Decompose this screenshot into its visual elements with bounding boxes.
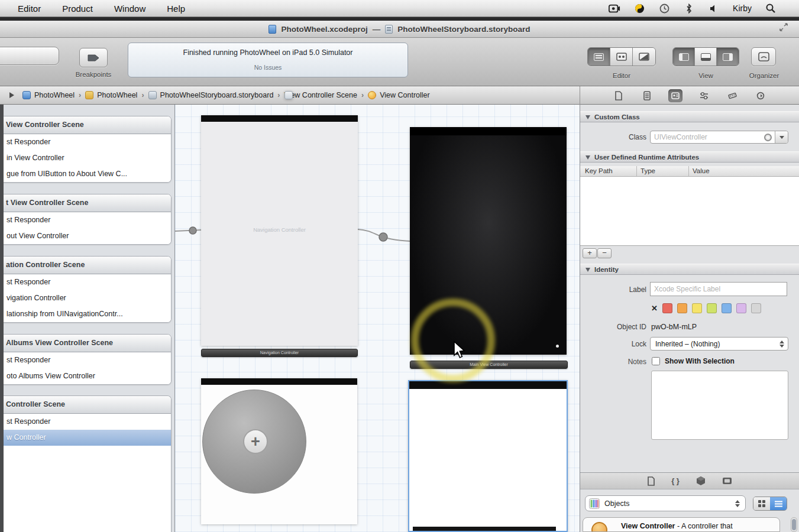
add-attribute-button[interactable]: + [583,248,597,258]
size-inspector-tab[interactable] [725,89,739,102]
runtime-attributes-table[interactable] [580,177,799,246]
outline-item[interactable]: st Responder [1,274,171,290]
color-swatch-blue[interactable] [722,303,732,313]
breadcrumb-scene[interactable]: View Controller Scene [284,91,357,99]
section-header[interactable]: ation Controller Scene [1,257,171,274]
section-header[interactable]: View Controller Scene [1,116,171,134]
time-machine-icon[interactable] [658,3,670,14]
display-capture-icon[interactable] [609,3,620,14]
identity-section-header[interactable]: Identity [580,264,799,275]
outline-item-selected[interactable]: w Controller [1,430,171,446]
identity-label-input[interactable] [651,283,787,296]
column-key-path[interactable]: Key Path [585,167,613,174]
jump-bar-forward-icon[interactable] [9,92,14,98]
lock-popup-button[interactable]: Inherited – (Nothing) [650,337,788,351]
breakpoints-button[interactable] [79,48,108,67]
main-view-controller-scene[interactable] [410,127,567,355]
volume-icon[interactable] [708,3,720,14]
spotlight-search-icon[interactable] [765,3,777,14]
organizer-button[interactable] [751,47,776,66]
standard-editor-button[interactable] [588,48,610,66]
outline-item[interactable]: st Responder [1,352,171,368]
navigation-controller-dock-label[interactable]: Navigation Controller [201,349,358,357]
file-inspector-tab[interactable] [612,89,626,102]
version-editor-button[interactable] [633,48,655,66]
outline-item[interactable]: vigation Controller [1,290,171,306]
menu-window[interactable]: Window [114,4,145,14]
navigation-controller-scene[interactable]: Navigation Controller [201,115,358,346]
fullscreen-icon[interactable] [779,23,788,31]
column-value[interactable]: Value [693,166,710,176]
title-file-name: PhotoWheelStoryboard.storyboard [397,25,530,34]
grid-view-button[interactable] [753,497,770,510]
color-swatch-gray[interactable] [751,303,761,313]
outline-item[interactable]: oto Albums View Controller [1,368,171,384]
section-header[interactable]: t View Controller Scene [1,194,171,212]
column-type[interactable]: Type [641,166,655,176]
main-view-controller-dock-label[interactable]: Main View Controller [410,361,568,369]
library-scrollbar[interactable] [791,517,797,532]
navigator-toggle-button[interactable] [673,48,695,66]
notification-menu-icon[interactable] [633,3,645,14]
attributes-inspector-tab[interactable] [697,89,711,102]
objects-library-tab[interactable] [696,476,706,486]
section-header[interactable]: Controller Scene [1,396,171,414]
code-snippets-library-tab[interactable]: { } [671,476,680,485]
breadcrumb-storyboard[interactable]: PhotoWheelStoryboard.storyboard [148,91,274,99]
section-header[interactable]: Albums View Controller Scene [1,335,171,352]
outline-section-main-vc-scene: View Controller Scene st Responder in Vi… [0,116,172,183]
outline-item[interactable]: st Responder [1,414,171,430]
runtime-attributes-section-header[interactable]: User Defined Runtime Attributes [580,151,799,163]
outline-item[interactable]: in View Controller [1,150,171,166]
clear-color-swatch[interactable]: ✕ [651,304,658,313]
utilities-toggle-button[interactable] [717,48,739,66]
outline-item[interactable]: st Responder [1,212,171,228]
storyboard-canvas[interactable]: Navigation Controller Navigation Control… [175,105,580,532]
breadcrumb-view-controller[interactable]: View Controller [368,91,430,99]
identity-label-field[interactable] [650,282,787,296]
color-swatch-red[interactable] [662,303,672,313]
color-swatch-orange[interactable] [677,303,687,313]
disclosure-triangle-icon [585,268,590,272]
custom-class-section-header[interactable]: Custom Class [580,111,799,122]
photo-albums-scene[interactable]: + [201,378,357,524]
menu-editor[interactable]: Editor [18,4,41,14]
window-title-bar[interactable]: PhotoWheel.xcodeproj — PhotoWheelStorybo… [0,21,799,38]
bluetooth-icon[interactable] [683,3,695,14]
notes-show-with-selection-checkbox[interactable] [652,357,660,365]
identity-inspector-tab[interactable] [668,89,682,102]
outline-item[interactable]: st Responder [1,134,171,150]
inspector-selector-bar [580,86,799,105]
menu-help[interactable]: Help [167,4,185,14]
outline-item[interactable]: lationship from UINavigationContr... [1,306,171,322]
outline-item[interactable]: out View Controller [1,228,171,244]
class-dropdown-button[interactable] [775,131,788,143]
breadcrumb-project[interactable]: PhotoWheel [22,91,75,99]
menu-product[interactable]: Product [62,4,93,14]
file-templates-library-tab[interactable] [648,476,655,486]
list-view-button[interactable] [770,497,787,510]
class-clear-icon[interactable] [764,134,772,141]
assistant-editor-button[interactable] [610,48,633,66]
debug-area-toggle-button[interactable] [695,48,717,66]
notes-text-area[interactable] [651,371,788,440]
storyboard-file-icon [148,91,157,99]
connections-inspector-tab[interactable] [753,89,768,102]
color-swatch-yellow[interactable] [692,303,702,313]
remove-attribute-button[interactable]: − [597,248,612,258]
color-swatch-purple[interactable] [736,303,746,313]
breadcrumb-folder[interactable]: PhotoWheel [85,91,137,99]
class-combo-box[interactable] [650,131,788,144]
quick-help-inspector-tab[interactable] [640,89,654,102]
add-photo-album-button[interactable]: + [243,429,268,454]
selected-view-controller-scene[interactable] [408,380,568,532]
disclosure-triangle-icon [585,155,590,160]
color-swatch-green[interactable] [707,303,717,313]
scrollbar-thumb[interactable] [792,519,796,530]
outline-item[interactable]: gue from UIButton to About View C... [1,166,171,182]
library-item-view-controller[interactable]: View Controller - A controller that [583,517,780,532]
library-filter-dropdown[interactable]: Objects [585,495,746,511]
media-library-tab[interactable] [722,477,732,485]
menu-user-name[interactable]: Kirby [733,4,752,13]
scheme-selector-partial[interactable] [0,47,59,65]
